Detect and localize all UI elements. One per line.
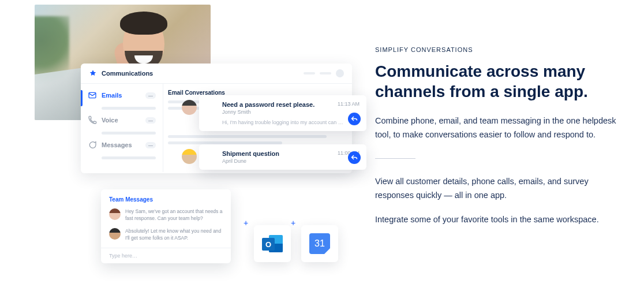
sidebar-item-count: — [145, 142, 156, 148]
email-sender: Jonny Smith [222, 109, 360, 115]
paragraph: Integrate some of your favorite tools in… [375, 213, 617, 227]
app-header-actions [304, 69, 344, 77]
phone-icon [88, 115, 97, 125]
team-message-text: Absolutely! Let me know what you need an… [125, 228, 223, 242]
paragraph: View all customer details, phone calls, … [375, 175, 617, 203]
header-skeleton [320, 72, 331, 74]
reply-button[interactable] [348, 113, 361, 125]
plus-icon: + [291, 218, 295, 227]
email-time: 11:13 AM [338, 101, 360, 107]
team-message: Hey Sam, we've got an account that needs… [109, 208, 223, 222]
app-header: Communications [81, 64, 352, 84]
email-sender: April Dune [222, 158, 360, 164]
avatar [109, 208, 121, 220]
team-message: Absolutely! Let me know what you need an… [109, 228, 223, 242]
sidebar-item-count: — [145, 92, 156, 99]
paragraph: Combine phone, email, and team messaging… [375, 114, 617, 142]
eyebrow-text: SIMPLIFY CONVERSATIONS [375, 46, 617, 53]
headline: Communicate across many channels from a … [375, 61, 617, 102]
outlook-icon: O [262, 233, 283, 254]
avatar [182, 100, 197, 115]
integration-tile-outlook[interactable]: O [254, 225, 291, 262]
app-title: Communications [102, 70, 153, 77]
chat-icon [88, 140, 97, 150]
team-message-text: Hey Sam, we've got an account that needs… [125, 208, 223, 222]
avatar[interactable] [336, 69, 344, 77]
divider [375, 158, 415, 159]
plus-icon: + [244, 218, 248, 227]
reply-button[interactable] [348, 151, 361, 164]
team-message-input[interactable]: Type here… [101, 248, 231, 263]
sidebar-item-label: Emails [102, 92, 122, 99]
avatar [182, 149, 197, 164]
email-preview: Hi, I'm having trouble logging into my a… [222, 120, 360, 125]
sidebar: Emails — Voice — Messages [81, 84, 163, 172]
integration-tile-calendar[interactable]: 31 [301, 225, 338, 262]
email-conversation-card[interactable]: Shipment question April Dune 11:00 AM [199, 144, 366, 170]
sidebar-item-count: — [145, 117, 156, 124]
marketing-copy: SIMPLIFY CONVERSATIONS Communicate acros… [375, 46, 617, 227]
calendar-icon: 31 [309, 233, 330, 254]
team-messages-panel: Team Messages Hey Sam, we've got an acco… [101, 189, 231, 263]
app-logo-icon [89, 69, 97, 77]
envelope-icon [88, 91, 97, 100]
sidebar-item-voice[interactable]: Voice — [81, 113, 163, 127]
sidebar-item-messages[interactable]: Messages — [81, 138, 163, 152]
sidebar-item-label: Messages [102, 141, 132, 148]
team-messages-title: Team Messages [109, 196, 223, 203]
sidebar-item-label: Voice [102, 117, 118, 124]
email-conversation-card[interactable]: Need a password reset please. Jonny Smit… [199, 95, 366, 131]
avatar [109, 228, 121, 240]
header-skeleton [304, 72, 315, 74]
sidebar-item-emails[interactable]: Emails — [81, 88, 163, 102]
